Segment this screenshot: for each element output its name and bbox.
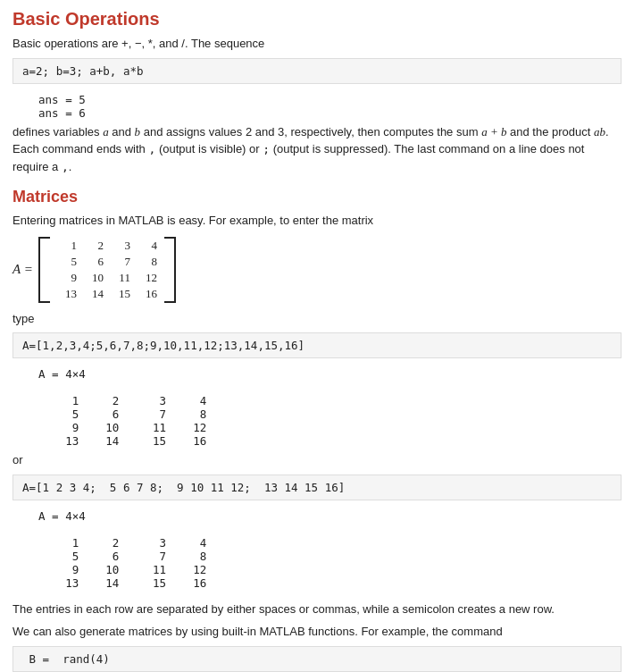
matrices-intro: Entering matrices in MATLAB is easy. For… bbox=[13, 212, 621, 230]
or-label: or bbox=[13, 451, 621, 469]
type-label: type bbox=[13, 310, 621, 328]
output-block-3: A = 4×4 1 2 3 4 5 6 7 8 9 10 11 12 13 14… bbox=[13, 506, 621, 593]
desc-2: The entries in each row are separated by… bbox=[13, 601, 621, 618]
code-block-1: a=2; b=3; a+b, a*b bbox=[13, 58, 621, 84]
desc-1: defines variables a and b and assigns va… bbox=[13, 123, 621, 176]
desc-3: We can also generate matrices by using b… bbox=[13, 623, 621, 641]
matrices-title: Matrices bbox=[13, 188, 621, 206]
right-bracket bbox=[164, 237, 176, 303]
output-block-1: ans = 5 ans = 6 bbox=[13, 89, 621, 123]
matrix-label: A = bbox=[13, 262, 33, 277]
intro-text: Basic operations are +, −, *, and /. The… bbox=[13, 35, 621, 53]
matrix-display: A = 1234 5678 9101112 13141516 bbox=[13, 237, 621, 303]
page-title: Basic Operations bbox=[13, 9, 621, 29]
left-bracket bbox=[38, 237, 50, 303]
code-block-3: A=[1 2 3 4; 5 6 7 8; 9 10 11 12; 13 14 1… bbox=[13, 475, 621, 500]
code-block-4: B = rand(4) bbox=[13, 646, 621, 672]
code-block-2: A=[1,2,3,4;5,6,7,8;9,10,11,12;13,14,15,1… bbox=[13, 332, 621, 358]
matrix-grid: 1234 5678 9101112 13141516 bbox=[50, 237, 164, 303]
matrix-bracket: 1234 5678 9101112 13141516 bbox=[38, 237, 176, 303]
output-block-2: A = 4×4 1 2 3 4 5 6 7 8 9 10 11 12 13 14… bbox=[13, 364, 621, 451]
